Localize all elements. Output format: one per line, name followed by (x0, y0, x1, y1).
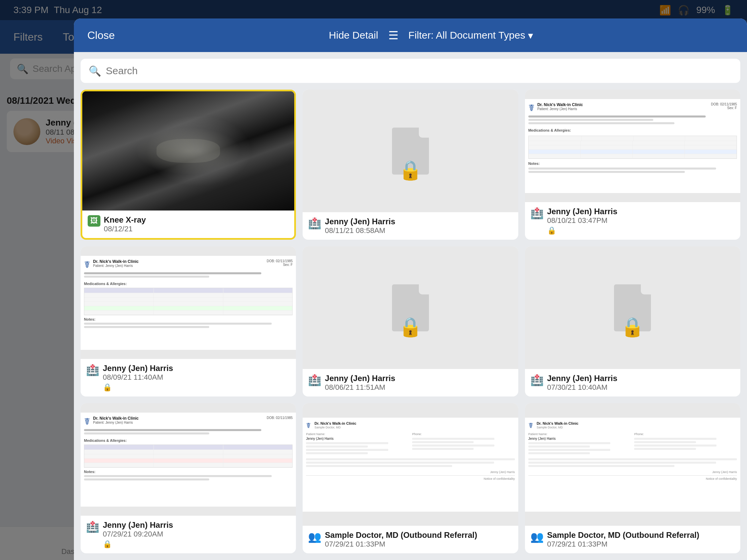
document-footer-4: 🏥 Jenny (Jen) Harris 08/09/21 11:40AM 🔒 (81, 359, 296, 397)
referral-preview-8: ☤ Dr. Nick's Walk-in Clinic Sample Docto… (303, 403, 518, 526)
document-card-7[interactable]: ☤ Dr. Nick's Walk-in Clinic Patient: Jen… (81, 403, 296, 553)
document-date-4: 08/09/21 11:40AM (103, 373, 290, 382)
lock-icon-4: 🔒 (103, 383, 290, 392)
modal-header: Close Hide Detail ☰ Filter: All Document… (74, 19, 747, 52)
document-name-6: Jenny (Jen) Harris (547, 374, 735, 383)
medical-doc-icon-5: 🏥 (308, 374, 321, 386)
medical-doc-icon-2: 🏥 (308, 217, 321, 230)
image-type-icon: 🖼 (88, 215, 100, 226)
document-card-5[interactable]: 🔒 🏥 Jenny (Jen) Harris 08/06/21 11:51AM (303, 246, 518, 397)
document-date-9: 07/29/21 01:33PM (547, 540, 735, 549)
document-date-1: 08/12/21 (104, 224, 289, 233)
document-card-3[interactable]: ☤ Dr. Nick's Walk-in Clinic Patient: Jen… (525, 90, 740, 240)
document-card-4[interactable]: ☤ Dr. Nick's Walk-in Clinic Patient: Jen… (81, 246, 296, 397)
doc-preview-7: ☤ Dr. Nick's Walk-in Clinic Patient: Jen… (81, 403, 296, 516)
document-footer-6: 🏥 Jenny (Jen) Harris 07/30/21 10:40AM (525, 369, 740, 397)
document-grid: 🖼 Knee X-ray 08/12/21 🔒 🏥 (74, 86, 747, 560)
document-footer-2: 🏥 Jenny (Jen) Harris 08/11/21 08:58AM (303, 212, 518, 240)
document-name-4: Jenny (Jen) Harris (103, 364, 290, 373)
modal-search-bar[interactable]: 🔍 (81, 59, 740, 83)
search-icon: 🔍 (89, 65, 101, 77)
document-name-9: Sample Doctor, MD (Outbound Referral) (547, 530, 735, 540)
medical-doc-icon-3: 🏥 (530, 207, 544, 219)
lock-file-placeholder-5: 🔒 (392, 284, 429, 331)
filter-label: Filter: All Document Types (408, 30, 525, 41)
filter-chevron-icon: ▾ (528, 30, 533, 41)
document-footer-8: 👥 Sample Doctor, MD (Outbound Referral) … (303, 526, 518, 553)
document-footer-5: 🏥 Jenny (Jen) Harris 08/06/21 11:51AM (303, 369, 518, 397)
document-name-2: Jenny (Jen) Harris (325, 217, 513, 226)
modal-close-button[interactable]: Close (87, 29, 115, 42)
document-date-6: 07/30/21 10:40AM (547, 383, 735, 392)
document-name-8: Sample Doctor, MD (Outbound Referral) (325, 530, 513, 540)
documents-modal: Close Hide Detail ☰ Filter: All Document… (74, 19, 747, 560)
referral-doc-icon-9: 👥 (530, 530, 544, 543)
search-input[interactable] (106, 65, 732, 77)
document-footer-3: 🏥 Jenny (Jen) Harris 08/10/21 03:47PM 🔒 (525, 202, 740, 240)
medical-doc-icon-4: 🏥 (86, 364, 99, 376)
document-card-8[interactable]: ☤ Dr. Nick's Walk-in Clinic Sample Docto… (303, 403, 518, 553)
hide-detail-button[interactable]: Hide Detail (329, 30, 378, 41)
document-date-3: 08/10/21 03:47PM (547, 216, 735, 225)
lock-file-placeholder: 🔒 (392, 128, 429, 175)
referral-doc-icon-8: 👥 (308, 530, 321, 543)
document-card-1[interactable]: 🖼 Knee X-ray 08/12/21 (81, 90, 296, 240)
document-card-6[interactable]: 🔒 🏥 Jenny (Jen) Harris 07/30/21 10:40AM (525, 246, 740, 397)
referral-preview-9: ☤ Dr. Nick's Walk-in Clinic Sample Docto… (525, 403, 740, 526)
document-date-2: 08/11/21 08:58AM (325, 226, 513, 235)
document-card-9[interactable]: ☤ Dr. Nick's Walk-in Clinic Sample Docto… (525, 403, 740, 553)
lock-icon-7: 🔒 (103, 540, 290, 549)
document-footer-9: 👥 Sample Doctor, MD (Outbound Referral) … (525, 526, 740, 553)
filter-button[interactable]: Filter: All Document Types ▾ (408, 30, 533, 41)
document-date-7: 07/29/21 09:20AM (103, 530, 290, 538)
xray-preview (82, 91, 294, 211)
document-date-5: 08/06/21 11:51AM (325, 383, 513, 392)
document-card-2[interactable]: 🔒 🏥 Jenny (Jen) Harris 08/11/21 08:58AM (303, 90, 518, 240)
document-footer-7: 🏥 Jenny (Jen) Harris 07/29/21 09:20AM 🔒 (81, 516, 296, 553)
document-date-8: 07/29/21 01:33PM (325, 540, 513, 549)
lock-file-placeholder-6: 🔒 (614, 284, 651, 331)
medical-doc-icon-7: 🏥 (86, 521, 99, 533)
document-name-7: Jenny (Jen) Harris (103, 521, 290, 530)
lock-icon-3: 🔒 (547, 226, 735, 235)
document-name-3: Jenny (Jen) Harris (547, 207, 735, 216)
locked-preview-2: 🔒 (303, 90, 518, 212)
medical-doc-icon-6: 🏥 (530, 374, 544, 386)
document-name-1: Knee X-ray (104, 215, 289, 224)
xray-image (82, 91, 294, 211)
document-name-5: Jenny (Jen) Harris (325, 374, 513, 383)
doc-preview-4: ☤ Dr. Nick's Walk-in Clinic Patient: Jen… (81, 246, 296, 359)
doc-preview-3: ☤ Dr. Nick's Walk-in Clinic Patient: Jen… (525, 90, 740, 202)
document-footer-1: 🖼 Knee X-ray 08/12/21 (82, 211, 294, 238)
locked-preview-6: 🔒 (525, 246, 740, 369)
list-view-icon[interactable]: ☰ (388, 29, 398, 42)
locked-preview-5: 🔒 (303, 246, 518, 369)
